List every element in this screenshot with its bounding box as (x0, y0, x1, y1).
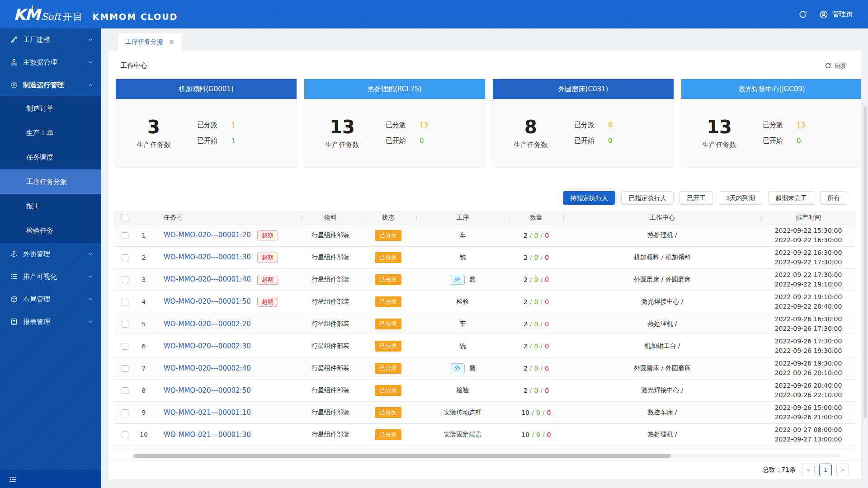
sidebar-item-process-task-assignment[interactable]: 工序任务分派 (0, 169, 101, 194)
process-cell: 车 (416, 231, 509, 239)
sidebar-item-task-scheduling[interactable]: 任务调度 (0, 145, 101, 169)
col-material: 物料 (301, 214, 360, 222)
assigned-label: 已分派 (763, 121, 783, 129)
process-name: 铣 (460, 253, 466, 261)
status-badge: 已分派 (375, 296, 401, 307)
table-row[interactable]: 9 WO-MMO-021---00001:10 行星组件部装 已分派 安装传动连… (114, 402, 855, 424)
sidebar-item-report-management[interactable]: 报表管理 (0, 310, 101, 333)
tab-process-task-assignment[interactable]: 工序任务分派 × (118, 33, 182, 51)
row-checkbox[interactable] (122, 343, 128, 350)
task-count: 3 (147, 117, 160, 137)
work-center-card[interactable]: 激光焊接中心(JGC09) 13 生产任务数 已分派13 已开始0 (681, 79, 861, 167)
row-checkbox[interactable] (122, 409, 128, 416)
sidebar-item-label: 报工 (26, 202, 40, 211)
user-icon (819, 10, 828, 19)
workcenter-cell: 热处理机 / (563, 231, 761, 239)
sidebar-item-schedule-visualization[interactable]: 排产可视化 (0, 265, 101, 288)
sidebar-item-master-data[interactable]: 主数据管理 (0, 51, 101, 74)
task-link[interactable]: WO-MMO-020---00001:20 (164, 231, 251, 239)
filter-due-3-days[interactable]: 3天内到期 (719, 191, 762, 205)
current-page-button[interactable]: 1 (819, 464, 832, 476)
chevron-down-icon (88, 296, 93, 302)
row-checkbox[interactable] (122, 299, 128, 305)
row-checkbox[interactable] (122, 387, 128, 394)
filter-overdue-unfinished[interactable]: 超期未完工 (768, 191, 814, 205)
task-link[interactable]: WO-MMO-020---00001:50 (164, 297, 251, 305)
row-checkbox[interactable] (122, 232, 128, 239)
vertical-scrollbar-thumb[interactable] (863, 106, 867, 418)
sidebar-item-outsourcing[interactable]: 外协管理 (0, 243, 101, 265)
process-name: 车 (460, 320, 466, 327)
table-row[interactable]: 7 WO-MMO-020---00002:40 行星组件部装 已分派 外磨 2/… (114, 357, 855, 380)
task-link[interactable]: WO-MMO-021---00001:10 (164, 408, 251, 417)
sidebar-item-manufacturing-ops[interactable]: 制造运行管理 (0, 74, 101, 96)
refresh-icon[interactable] (798, 10, 807, 19)
table-row[interactable]: 2022-09-27 13:00:00 (114, 446, 855, 451)
next-page-button[interactable]: > (836, 464, 849, 476)
outsource-icon (10, 250, 18, 258)
filter-pending-assignee[interactable]: 待指定执行人 (563, 191, 615, 205)
user-menu[interactable]: 管理员 (819, 10, 853, 19)
table-row[interactable]: 2 WO-MMO-020---00001:30超期 行星组件部装 已分派 铣 2… (114, 247, 855, 269)
table-row[interactable]: 4 WO-MMO-020---00001:50超期 行星组件部装 已分派 检验 … (114, 291, 855, 313)
outsource-badge: 外 (450, 363, 465, 373)
sidebar-item-factory-modeling[interactable]: 工厂建模 (0, 28, 101, 51)
close-icon[interactable]: × (169, 38, 175, 46)
sidebar-item-work-reporting[interactable]: 报工 (0, 194, 101, 218)
tab-bar: 工序任务分派 × (101, 28, 868, 51)
work-center-card[interactable]: 机加领料(G0001) 3 生产任务数 已分派1 已开始1 (116, 79, 297, 167)
row-index: 1 (136, 232, 152, 239)
workcenter-cell: 激光焊接中心 / (563, 386, 761, 394)
status-badge: 已分派 (375, 319, 401, 329)
overdue-badge: 超期 (257, 275, 278, 285)
table-row[interactable]: 1 WO-MMO-020---00001:20超期 行星组件部装 已分派 车 2… (114, 225, 855, 247)
task-link[interactable]: WO-MMO-020---00001:40 (164, 275, 251, 283)
select-all-checkbox[interactable] (122, 215, 128, 221)
process-name: 检验 (457, 298, 469, 305)
prev-page-button[interactable]: < (802, 464, 815, 476)
report-icon (10, 318, 18, 326)
process-name: 安装传动连杆 (444, 408, 482, 416)
row-checkbox[interactable] (122, 254, 128, 261)
sidebar-item-manufacturing-orders[interactable]: 制造订单 (0, 96, 101, 121)
task-link[interactable]: WO-MMO-020---00002:50 (164, 386, 251, 394)
filter-assigned-assignee[interactable]: 已指定执行人 (621, 191, 674, 205)
material-cell: 行星组件部装 (301, 298, 360, 306)
table-row[interactable]: 8 WO-MMO-020---00002:50 行星组件部装 已分派 检验 2/… (114, 380, 855, 402)
row-checkbox[interactable] (122, 432, 128, 438)
sidebar-item-label: 布局管理 (23, 295, 88, 304)
task-table: 任务号 物料 状态 工序 数量 工作中心 排产时间 1 WO-MMO-020--… (114, 211, 855, 451)
sidebar-item-layout-management[interactable]: 布局管理 (0, 288, 101, 310)
work-center-card[interactable]: 热处理机(RCL75) 13 生产任务数 已分派13 已开始0 (304, 79, 485, 167)
sidebar-item-production-work-orders[interactable]: 生产工单 (0, 121, 101, 145)
filter-started[interactable]: 已开工 (679, 191, 713, 205)
horizontal-scrollbar-thumb[interactable] (133, 454, 671, 458)
task-link[interactable]: WO-MMO-020---00001:30 (164, 253, 251, 261)
refresh-button[interactable]: 刷新 (825, 62, 847, 70)
work-center-card[interactable]: 外圆磨床(C031) 8 生产任务数 已分派8 已开始0 (493, 79, 674, 167)
row-checkbox[interactable] (122, 365, 128, 372)
task-link[interactable]: WO-MMO-020---00002:40 (164, 364, 251, 372)
schedule-time-cell: 2022-09-26 16:30:002022-09-26 17:30:00 (761, 314, 855, 333)
task-link[interactable]: WO-MMO-020---00002:30 (164, 342, 251, 350)
total-count: 总数：71条 (762, 466, 796, 474)
col-process: 工序 (416, 214, 509, 222)
schedule-time-cell: 2022-09-22 15:30:002022-09-22 16:30:00 (761, 226, 855, 245)
material-cell: 行星组件部装 (301, 320, 360, 328)
task-link[interactable]: WO-MMO-021---00001:30 (164, 431, 251, 439)
row-checkbox[interactable] (122, 321, 128, 328)
row-checkbox[interactable] (122, 277, 128, 283)
sidebar-item-inspection-tasks[interactable]: 检验任务 (0, 218, 101, 243)
table-row[interactable]: 3 WO-MMO-020---00001:40超期 行星组件部装 已分派 外磨 … (114, 269, 855, 291)
table-row[interactable]: 6 WO-MMO-020---00002:30 行星组件部装 已分派 铣 2/0… (114, 335, 855, 357)
task-count-label: 生产任务数 (137, 141, 171, 149)
filter-all[interactable]: 所有 (820, 191, 847, 205)
task-count-label: 生产任务数 (326, 141, 359, 149)
task-link[interactable]: WO-MMO-020---00002:20 (164, 320, 251, 328)
row-index: 5 (136, 320, 152, 328)
sidebar-item-label: 外协管理 (23, 250, 88, 258)
brand-logo: KM Soft 开目 KMMOM CLOUD (14, 5, 178, 23)
collapse-sidebar-icon[interactable] (8, 475, 17, 484)
table-row[interactable]: 10 WO-MMO-021---00001:30 行星组件部装 已分派 安装固定… (114, 424, 855, 446)
table-row[interactable]: 5 WO-MMO-020---00002:20 行星组件部装 已分派 车 2/0… (114, 313, 855, 335)
